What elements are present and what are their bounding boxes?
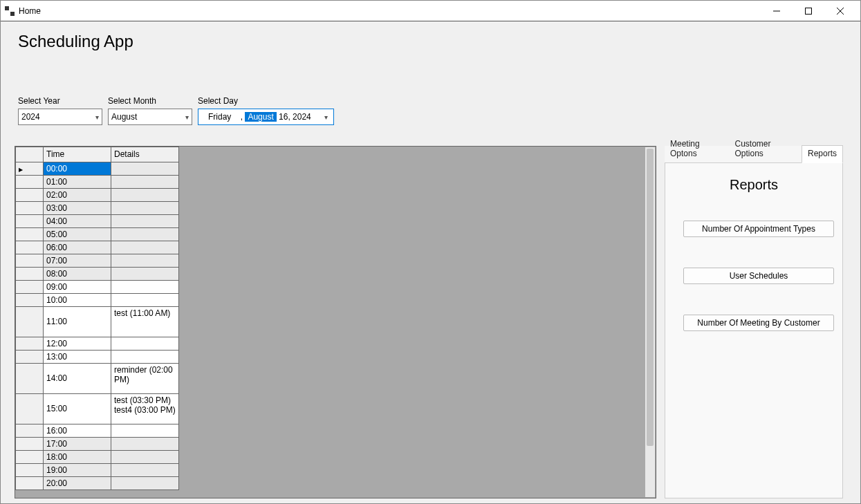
row-selector[interactable] bbox=[16, 254, 44, 268]
details-cell[interactable] bbox=[111, 268, 179, 281]
details-cell[interactable] bbox=[111, 294, 179, 307]
row-selector[interactable] bbox=[16, 241, 44, 254]
row-selector[interactable] bbox=[16, 189, 44, 202]
table-row[interactable]: 10:00 bbox=[16, 294, 179, 307]
time-cell[interactable]: 17:00 bbox=[44, 438, 111, 451]
table-row[interactable]: 20:00 bbox=[16, 477, 179, 490]
number-of-meeting-by-customer-button[interactable]: Number Of Meeting By Customer bbox=[683, 315, 834, 331]
tab-reports[interactable]: Reports bbox=[802, 145, 843, 163]
year-select[interactable]: 2024 ▾ bbox=[18, 109, 102, 125]
details-cell[interactable] bbox=[111, 241, 179, 254]
table-row[interactable]: 18:00 bbox=[16, 451, 179, 464]
row-selector[interactable] bbox=[16, 424, 44, 438]
number-of-appointment-types-button[interactable]: Number Of Appointment Types bbox=[683, 221, 834, 237]
time-cell[interactable]: 01:00 bbox=[44, 176, 111, 189]
table-row[interactable]: 01:00 bbox=[16, 176, 179, 189]
row-selector[interactable] bbox=[16, 294, 44, 307]
row-selector[interactable] bbox=[16, 351, 44, 364]
details-cell[interactable]: test (03:30 PM) test4 (03:00 PM) bbox=[111, 394, 179, 424]
time-cell[interactable]: 14:00 bbox=[44, 364, 111, 394]
row-selector[interactable] bbox=[16, 438, 44, 451]
details-cell[interactable] bbox=[111, 281, 179, 294]
user-schedules-button[interactable]: User Schedules bbox=[683, 268, 834, 284]
time-cell[interactable]: 18:00 bbox=[44, 451, 111, 464]
close-button[interactable] bbox=[824, 1, 856, 21]
table-row[interactable]: 05:00 bbox=[16, 228, 179, 241]
details-cell[interactable] bbox=[111, 162, 179, 176]
row-selector[interactable] bbox=[16, 281, 44, 294]
details-cell[interactable] bbox=[111, 202, 179, 215]
time-cell[interactable]: 02:00 bbox=[44, 189, 111, 202]
details-cell[interactable] bbox=[111, 351, 179, 364]
tab-meeting-optons[interactable]: Meeting Optons bbox=[665, 136, 730, 162]
details-cell[interactable]: test (11:00 AM) bbox=[111, 307, 179, 337]
details-cell[interactable] bbox=[111, 215, 179, 228]
row-selector[interactable] bbox=[16, 451, 44, 464]
table-row[interactable]: 07:00 bbox=[16, 254, 179, 268]
time-cell[interactable]: 15:00 bbox=[44, 394, 111, 424]
row-selector[interactable] bbox=[16, 268, 44, 281]
row-selector[interactable] bbox=[16, 176, 44, 189]
time-header[interactable]: Time bbox=[44, 147, 111, 162]
details-cell[interactable] bbox=[111, 254, 179, 268]
table-row[interactable]: 03:00 bbox=[16, 202, 179, 215]
details-cell[interactable] bbox=[111, 424, 179, 438]
time-cell[interactable]: 04:00 bbox=[44, 215, 111, 228]
time-cell[interactable]: 10:00 bbox=[44, 294, 111, 307]
time-cell[interactable]: 16:00 bbox=[44, 424, 111, 438]
row-selector[interactable] bbox=[16, 307, 44, 337]
row-selector[interactable] bbox=[16, 215, 44, 228]
details-cell[interactable] bbox=[111, 438, 179, 451]
row-selector[interactable] bbox=[16, 337, 44, 351]
time-cell[interactable]: 08:00 bbox=[44, 268, 111, 281]
table-row[interactable]: 04:00 bbox=[16, 215, 179, 228]
minimize-button[interactable] bbox=[761, 1, 793, 21]
table-row[interactable]: 06:00 bbox=[16, 241, 179, 254]
details-cell[interactable] bbox=[111, 451, 179, 464]
table-row[interactable]: 08:00 bbox=[16, 268, 179, 281]
schedule-table[interactable]: TimeDetails00:0001:0002:0003:0004:0005:0… bbox=[15, 147, 179, 490]
time-cell[interactable]: 13:00 bbox=[44, 351, 111, 364]
row-selector[interactable] bbox=[16, 202, 44, 215]
month-select[interactable]: August ▾ bbox=[108, 109, 192, 125]
scrollbar[interactable] bbox=[645, 147, 655, 497]
time-cell[interactable]: 19:00 bbox=[44, 464, 111, 477]
row-selector[interactable] bbox=[16, 464, 44, 477]
details-cell[interactable]: reminder (02:00 PM) bbox=[111, 364, 179, 394]
row-header-col[interactable] bbox=[16, 147, 44, 162]
time-cell[interactable]: 00:00 bbox=[44, 162, 111, 176]
day-picker[interactable]: Friday , August 16, 2024 ▾ bbox=[198, 109, 334, 125]
time-cell[interactable]: 12:00 bbox=[44, 337, 111, 351]
details-cell[interactable] bbox=[111, 477, 179, 490]
table-row[interactable]: 14:00reminder (02:00 PM) bbox=[16, 364, 179, 394]
time-cell[interactable]: 05:00 bbox=[44, 228, 111, 241]
row-selector[interactable] bbox=[16, 394, 44, 424]
table-row[interactable]: 09:00 bbox=[16, 281, 179, 294]
details-cell[interactable] bbox=[111, 176, 179, 189]
row-selector[interactable] bbox=[16, 162, 44, 176]
time-cell[interactable]: 07:00 bbox=[44, 254, 111, 268]
scrollbar-thumb[interactable] bbox=[647, 149, 654, 446]
time-cell[interactable]: 11:00 bbox=[44, 307, 111, 337]
row-selector[interactable] bbox=[16, 364, 44, 394]
time-cell[interactable]: 06:00 bbox=[44, 241, 111, 254]
table-row[interactable]: 02:00 bbox=[16, 189, 179, 202]
row-selector[interactable] bbox=[16, 228, 44, 241]
details-cell[interactable] bbox=[111, 337, 179, 351]
time-cell[interactable]: 20:00 bbox=[44, 477, 111, 490]
details-cell[interactable] bbox=[111, 228, 179, 241]
table-row[interactable]: 12:00 bbox=[16, 337, 179, 351]
details-header[interactable]: Details bbox=[111, 147, 179, 162]
table-row[interactable]: 11:00test (11:00 AM) bbox=[16, 307, 179, 337]
time-cell[interactable]: 03:00 bbox=[44, 202, 111, 215]
table-row[interactable]: 13:00 bbox=[16, 351, 179, 364]
maximize-button[interactable] bbox=[793, 1, 824, 21]
table-row[interactable]: 00:00 bbox=[16, 162, 179, 176]
details-cell[interactable] bbox=[111, 189, 179, 202]
details-cell[interactable] bbox=[111, 464, 179, 477]
table-row[interactable]: 15:00test (03:30 PM) test4 (03:00 PM) bbox=[16, 394, 179, 424]
time-cell[interactable]: 09:00 bbox=[44, 281, 111, 294]
table-row[interactable]: 17:00 bbox=[16, 438, 179, 451]
tab-customer-options[interactable]: Customer Options bbox=[730, 136, 802, 162]
table-row[interactable]: 19:00 bbox=[16, 464, 179, 477]
